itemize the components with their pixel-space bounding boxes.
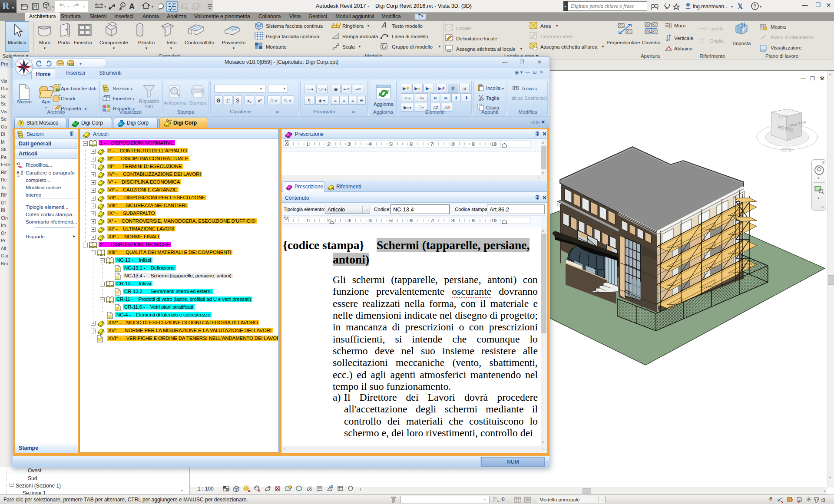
svg-text:Cavedio: Cavedio <box>642 40 660 45</box>
svg-text:Capitolati: Capitolati <box>166 119 172 122</box>
svg-text:Ringhiera: Ringhiera <box>342 23 364 29</box>
svg-text:4: 4 <box>368 218 371 223</box>
svg-text:1: 1 <box>306 218 309 223</box>
svg-text:5: 5 <box>389 218 392 223</box>
svg-text:Visualizzatore: Visualizzatore <box>771 45 801 50</box>
svg-text:▾: ▾ <box>152 5 153 9</box>
svg-text:BD: BD <box>56 88 60 91</box>
svg-text:▼: ▼ <box>169 46 173 50</box>
svg-text:Muro: Muro <box>674 23 685 28</box>
svg-text:▾: ▾ <box>68 5 70 9</box>
svg-text:‹: ‹ <box>360 486 361 492</box>
svg-text:C: C <box>75 121 76 123</box>
svg-text:Delimitatore locale: Delimitatore locale <box>456 36 497 41</box>
svg-text:▾: ▾ <box>104 5 106 9</box>
svg-text:7: 7 <box>430 142 433 147</box>
svg-text:▼: ▼ <box>358 45 361 49</box>
svg-text:Piano di riferimento: Piano di riferimento <box>771 35 814 40</box>
svg-text:▾: ▾ <box>52 5 54 9</box>
svg-text:Gruppo di modello: Gruppo di modello <box>392 44 433 49</box>
svg-text:𝕏: 𝕏 <box>738 3 743 10</box>
svg-text:Porta: Porta <box>58 40 70 45</box>
svg-text:a1: a1 <box>17 162 20 165</box>
svg-text:3: 3 <box>348 218 350 223</box>
svg-text:Abbaino: Abbaino <box>674 46 692 51</box>
svg-text:Rampa inclinata: Rampa inclinata <box>342 34 378 39</box>
svg-text:▼: ▼ <box>112 46 116 50</box>
svg-text:Assegna etichetta al locale: Assegna etichetta al locale <box>456 46 516 52</box>
svg-text:▼: ▼ <box>232 46 235 50</box>
svg-text:10: 10 <box>491 218 496 223</box>
svg-text:5: 5 <box>389 142 392 147</box>
svg-text:9: 9 <box>472 218 474 223</box>
svg-text:?: ? <box>20 121 22 126</box>
svg-text:1: 1 <box>122 3 124 7</box>
svg-text:ing.mantovan...: ing.mantovan... <box>693 3 728 10</box>
svg-text:▾: ▾ <box>201 5 203 9</box>
svg-text:Assegna etichetta all'area: Assegna etichetta all'area <box>540 44 598 49</box>
svg-text:▼: ▼ <box>367 24 370 28</box>
svg-text:▾: ▾ <box>760 5 761 9</box>
svg-text:?: ? <box>753 3 756 10</box>
svg-text:1: 1 <box>306 142 309 147</box>
svg-text:▼: ▼ <box>520 47 523 51</box>
svg-text:Linea di modello: Linea di modello <box>392 34 428 39</box>
svg-text:▾: ▾ <box>731 5 733 9</box>
svg-text::0: :0 <box>821 497 825 503</box>
svg-text:Pavimento: Pavimento <box>222 40 245 45</box>
svg-text:Muro: Muro <box>39 40 50 45</box>
svg-text:8: 8 <box>451 142 454 147</box>
svg-text:Imposta: Imposta <box>733 41 751 46</box>
svg-text:10: 10 <box>491 142 496 147</box>
svg-text:2: 2 <box>327 218 330 223</box>
svg-text:18.0: 18.0 <box>25 72 30 75</box>
svg-text:Pilastro: Pilastro <box>138 40 155 45</box>
svg-text:Montante: Montante <box>266 44 287 49</box>
svg-text:3: 3 <box>348 142 350 147</box>
svg-text:Livello: Livello <box>709 26 724 31</box>
svg-text:Verticale: Verticale <box>674 36 693 41</box>
svg-text:Tetto: Tetto <box>166 40 177 45</box>
svg-text:Area: Area <box>540 23 551 29</box>
svg-text:9: 9 <box>472 142 474 147</box>
svg-text:2: 2 <box>327 142 330 147</box>
svg-text:Scala: Scala <box>342 44 355 49</box>
svg-text:Testo modello: Testo modello <box>392 23 423 29</box>
svg-text:Sistema facciata continua: Sistema facciata continua <box>266 23 323 29</box>
svg-text:A: A <box>17 170 20 175</box>
svg-text:Componente: Componente <box>99 40 128 45</box>
svg-text:▼: ▼ <box>43 46 46 50</box>
svg-text:Mostra: Mostra <box>771 24 786 30</box>
svg-text:Contorno area: Contorno area <box>540 34 573 39</box>
svg-text:▼: ▼ <box>555 24 559 28</box>
svg-text:Finestra: Finestra <box>74 40 92 45</box>
svg-text:6: 6 <box>410 142 412 147</box>
svg-text:b1: b1 <box>19 165 23 168</box>
svg-text:4: 4 <box>368 142 371 147</box>
svg-text:Griglia: Griglia <box>709 38 724 43</box>
svg-text:▾: ▾ <box>83 5 85 9</box>
svg-text:Controsoffitto: Controsoffitto <box>185 40 214 45</box>
svg-text:7: 7 <box>430 218 433 223</box>
svg-text:▼: ▼ <box>145 46 148 50</box>
svg-text:A: A <box>129 2 135 11</box>
svg-text:Griglia facciata continua: Griglia facciata continua <box>266 34 319 39</box>
svg-text:6: 6 <box>410 218 412 223</box>
svg-text:Perpendicolare: Perpendicolare <box>606 40 640 45</box>
svg-text:Locale: Locale <box>456 26 471 31</box>
svg-text:8: 8 <box>451 218 454 223</box>
